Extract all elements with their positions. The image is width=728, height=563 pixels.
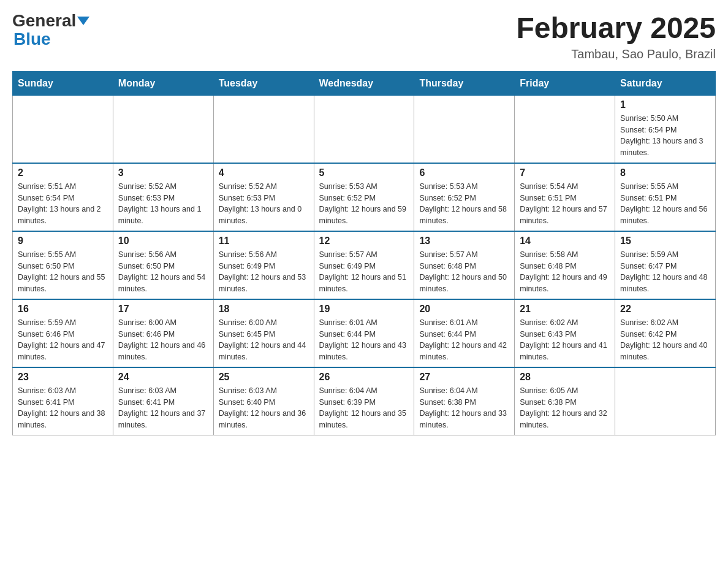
calendar-day-cell: 21Sunrise: 6:02 AMSunset: 6:43 PMDayligh… xyxy=(515,299,615,367)
day-info: Sunrise: 5:58 AMSunset: 6:48 PMDaylight:… xyxy=(520,249,610,295)
logo-triangle-icon xyxy=(77,17,89,25)
day-number: 6 xyxy=(419,167,509,178)
day-number: 5 xyxy=(319,167,409,178)
calendar-day-cell: 10Sunrise: 5:56 AMSunset: 6:50 PMDayligh… xyxy=(113,231,213,299)
day-info: Sunrise: 6:00 AMSunset: 6:46 PMDaylight:… xyxy=(118,317,208,363)
calendar-day-cell xyxy=(515,95,615,163)
day-info: Sunrise: 5:52 AMSunset: 6:53 PMDaylight:… xyxy=(219,181,309,227)
calendar-day-cell xyxy=(213,95,314,163)
day-info: Sunrise: 5:57 AMSunset: 6:48 PMDaylight:… xyxy=(419,249,509,295)
day-info: Sunrise: 5:59 AMSunset: 6:46 PMDaylight:… xyxy=(18,317,108,363)
calendar-day-cell: 14Sunrise: 5:58 AMSunset: 6:48 PMDayligh… xyxy=(515,231,615,299)
calendar-day-cell xyxy=(414,95,515,163)
day-of-week-header: Saturday xyxy=(615,71,716,95)
day-number: 2 xyxy=(18,167,108,178)
day-number: 15 xyxy=(620,236,710,247)
calendar-day-cell xyxy=(13,95,113,163)
calendar-header-row: SundayMondayTuesdayWednesdayThursdayFrid… xyxy=(13,71,716,95)
calendar-day-cell: 25Sunrise: 6:03 AMSunset: 6:40 PMDayligh… xyxy=(213,367,314,435)
day-number: 22 xyxy=(620,304,710,315)
day-of-week-header: Monday xyxy=(113,71,213,95)
day-info: Sunrise: 6:04 AMSunset: 6:38 PMDaylight:… xyxy=(419,385,509,431)
day-number: 24 xyxy=(118,372,208,383)
day-info: Sunrise: 5:55 AMSunset: 6:50 PMDaylight:… xyxy=(18,249,108,295)
day-of-week-header: Friday xyxy=(515,71,615,95)
day-number: 13 xyxy=(419,236,509,247)
calendar-day-cell: 17Sunrise: 6:00 AMSunset: 6:46 PMDayligh… xyxy=(113,299,213,367)
logo-general-text: General xyxy=(12,11,89,30)
day-info: Sunrise: 6:03 AMSunset: 6:41 PMDaylight:… xyxy=(18,385,108,431)
day-info: Sunrise: 5:53 AMSunset: 6:52 PMDaylight:… xyxy=(419,181,509,227)
day-number: 23 xyxy=(18,372,108,383)
calendar-day-cell: 3Sunrise: 5:52 AMSunset: 6:53 PMDaylight… xyxy=(113,163,213,231)
day-number: 27 xyxy=(419,372,509,383)
day-of-week-header: Thursday xyxy=(414,71,515,95)
calendar-day-cell: 7Sunrise: 5:54 AMSunset: 6:51 PMDaylight… xyxy=(515,163,615,231)
day-info: Sunrise: 5:52 AMSunset: 6:53 PMDaylight:… xyxy=(118,181,208,227)
day-info: Sunrise: 6:01 AMSunset: 6:44 PMDaylight:… xyxy=(319,317,409,363)
calendar-day-cell: 18Sunrise: 6:00 AMSunset: 6:45 PMDayligh… xyxy=(213,299,314,367)
day-number: 8 xyxy=(620,167,710,178)
day-number: 12 xyxy=(319,236,409,247)
calendar-day-cell: 8Sunrise: 5:55 AMSunset: 6:51 PMDaylight… xyxy=(615,163,716,231)
calendar-day-cell: 20Sunrise: 6:01 AMSunset: 6:44 PMDayligh… xyxy=(414,299,515,367)
calendar-day-cell: 13Sunrise: 5:57 AMSunset: 6:48 PMDayligh… xyxy=(414,231,515,299)
day-info: Sunrise: 5:54 AMSunset: 6:51 PMDaylight:… xyxy=(520,181,610,227)
calendar-day-cell: 19Sunrise: 6:01 AMSunset: 6:44 PMDayligh… xyxy=(314,299,414,367)
calendar-day-cell: 1Sunrise: 5:50 AMSunset: 6:54 PMDaylight… xyxy=(615,95,716,163)
day-info: Sunrise: 6:00 AMSunset: 6:45 PMDaylight:… xyxy=(219,317,309,363)
logo-top: General xyxy=(12,12,89,29)
logo-blue-text: Blue xyxy=(13,31,51,48)
day-number: 25 xyxy=(219,372,309,383)
calendar-day-cell xyxy=(615,367,716,435)
day-number: 7 xyxy=(520,167,610,178)
day-number: 21 xyxy=(520,304,610,315)
title-area: February 2025 Tambau, Sao Paulo, Brazil xyxy=(516,12,716,61)
calendar-day-cell: 4Sunrise: 5:52 AMSunset: 6:53 PMDaylight… xyxy=(213,163,314,231)
day-info: Sunrise: 6:04 AMSunset: 6:39 PMDaylight:… xyxy=(319,385,409,431)
subtitle: Tambau, Sao Paulo, Brazil xyxy=(516,47,716,61)
day-number: 17 xyxy=(118,304,208,315)
calendar-week-row: 1Sunrise: 5:50 AMSunset: 6:54 PMDaylight… xyxy=(13,95,716,163)
day-info: Sunrise: 5:57 AMSunset: 6:49 PMDaylight:… xyxy=(319,249,409,295)
calendar-day-cell: 27Sunrise: 6:04 AMSunset: 6:38 PMDayligh… xyxy=(414,367,515,435)
day-number: 19 xyxy=(319,304,409,315)
day-number: 16 xyxy=(18,304,108,315)
day-of-week-header: Sunday xyxy=(13,71,113,95)
day-number: 18 xyxy=(219,304,309,315)
calendar-day-cell xyxy=(314,95,414,163)
day-info: Sunrise: 6:02 AMSunset: 6:43 PMDaylight:… xyxy=(520,317,610,363)
day-info: Sunrise: 6:02 AMSunset: 6:42 PMDaylight:… xyxy=(620,317,710,363)
calendar-week-row: 23Sunrise: 6:03 AMSunset: 6:41 PMDayligh… xyxy=(13,367,716,435)
day-number: 26 xyxy=(319,372,409,383)
page-header: General Blue February 2025 Tambau, Sao P… xyxy=(12,12,716,61)
calendar-week-row: 2Sunrise: 5:51 AMSunset: 6:54 PMDaylight… xyxy=(13,163,716,231)
calendar-day-cell: 5Sunrise: 5:53 AMSunset: 6:52 PMDaylight… xyxy=(314,163,414,231)
day-info: Sunrise: 5:56 AMSunset: 6:50 PMDaylight:… xyxy=(118,249,208,295)
day-of-week-header: Tuesday xyxy=(213,71,314,95)
day-info: Sunrise: 5:59 AMSunset: 6:47 PMDaylight:… xyxy=(620,249,710,295)
day-info: Sunrise: 5:51 AMSunset: 6:54 PMDaylight:… xyxy=(18,181,108,227)
calendar-day-cell: 28Sunrise: 6:05 AMSunset: 6:38 PMDayligh… xyxy=(515,367,615,435)
calendar-day-cell: 11Sunrise: 5:56 AMSunset: 6:49 PMDayligh… xyxy=(213,231,314,299)
calendar-day-cell: 6Sunrise: 5:53 AMSunset: 6:52 PMDaylight… xyxy=(414,163,515,231)
calendar-day-cell: 26Sunrise: 6:04 AMSunset: 6:39 PMDayligh… xyxy=(314,367,414,435)
day-number: 9 xyxy=(18,236,108,247)
calendar-day-cell: 9Sunrise: 5:55 AMSunset: 6:50 PMDaylight… xyxy=(13,231,113,299)
day-number: 4 xyxy=(219,167,309,178)
day-info: Sunrise: 6:03 AMSunset: 6:40 PMDaylight:… xyxy=(219,385,309,431)
day-number: 20 xyxy=(419,304,509,315)
day-info: Sunrise: 6:03 AMSunset: 6:41 PMDaylight:… xyxy=(118,385,208,431)
day-info: Sunrise: 6:05 AMSunset: 6:38 PMDaylight:… xyxy=(520,385,610,431)
calendar-day-cell: 23Sunrise: 6:03 AMSunset: 6:41 PMDayligh… xyxy=(13,367,113,435)
day-info: Sunrise: 5:50 AMSunset: 6:54 PMDaylight:… xyxy=(620,113,710,159)
calendar-week-row: 16Sunrise: 5:59 AMSunset: 6:46 PMDayligh… xyxy=(13,299,716,367)
calendar-day-cell: 2Sunrise: 5:51 AMSunset: 6:54 PMDaylight… xyxy=(13,163,113,231)
calendar-day-cell: 12Sunrise: 5:57 AMSunset: 6:49 PMDayligh… xyxy=(314,231,414,299)
day-number: 10 xyxy=(118,236,208,247)
day-info: Sunrise: 5:53 AMSunset: 6:52 PMDaylight:… xyxy=(319,181,409,227)
day-info: Sunrise: 6:01 AMSunset: 6:44 PMDaylight:… xyxy=(419,317,509,363)
page-title: February 2025 xyxy=(516,12,716,45)
calendar-table: SundayMondayTuesdayWednesdayThursdayFrid… xyxy=(12,71,716,435)
day-number: 11 xyxy=(219,236,309,247)
